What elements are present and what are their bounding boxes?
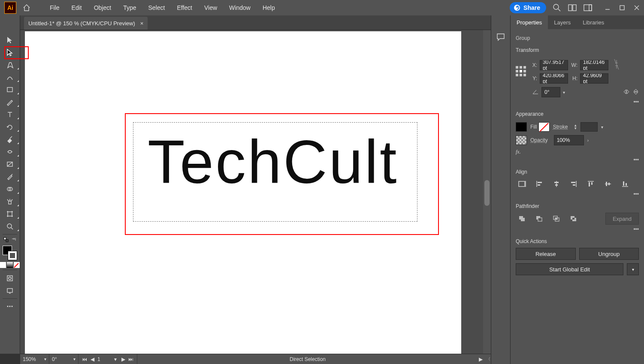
appearance-opacity-swatch[interactable] — [516, 135, 527, 145]
status-back-icon[interactable]: 〈 — [486, 356, 490, 362]
flip-vertical-icon[interactable] — [633, 88, 639, 97]
chevron-down-icon[interactable]: ▾ — [44, 357, 46, 361]
fx-button[interactable]: fx. — [516, 149, 521, 155]
appearance-stroke-swatch[interactable] — [538, 122, 550, 132]
draw-normal-icon[interactable] — [0, 272, 20, 284]
menu-help[interactable]: Help — [257, 0, 281, 15]
menu-select[interactable]: Select — [142, 0, 171, 15]
last-artboard-icon[interactable]: ⏭ — [128, 356, 133, 362]
stroke-weight-stepper[interactable]: ▲▼ — [574, 124, 577, 130]
direct-selection-tool[interactable] — [0, 46, 20, 58]
pathfinder-unite-icon[interactable] — [516, 213, 529, 224]
rotate-combo[interactable]: ▾ — [49, 354, 79, 364]
appearance-fill-swatch[interactable] — [516, 122, 527, 132]
next-artboard-icon[interactable]: ▶ — [121, 356, 126, 362]
color-mode-solid[interactable] — [0, 262, 6, 268]
menu-window[interactable]: Window — [223, 0, 257, 15]
document-tab[interactable]: Untitled-1* @ 150 % (CMYK/CPU Preview) × — [24, 17, 148, 30]
comments-icon[interactable] — [496, 33, 505, 43]
menu-type[interactable]: Type — [117, 0, 142, 15]
align-hcenter-icon[interactable] — [550, 178, 563, 190]
menu-file[interactable]: File — [44, 0, 66, 15]
artboard[interactable]: TechCult — [25, 31, 461, 355]
angle-input[interactable]: 0° — [541, 87, 560, 97]
artboard-page-input[interactable] — [97, 356, 110, 362]
chevron-down-icon[interactable]: ▾ — [113, 356, 118, 362]
edit-toolbar-icon[interactable]: ··· — [0, 301, 20, 313]
opacity-input[interactable]: 100% — [554, 135, 584, 145]
symbol-sprayer-tool[interactable] — [0, 195, 20, 208]
menu-effect[interactable]: Effect — [171, 0, 198, 15]
stroke-swatch[interactable] — [8, 251, 17, 260]
selection-tool[interactable] — [0, 33, 20, 46]
default-fill-stroke-icon[interactable] — [3, 236, 9, 244]
pathfinder-expand-button[interactable]: Expand — [605, 213, 639, 225]
color-mode-gradient[interactable] — [7, 262, 13, 268]
chevron-down-icon[interactable]: ▾ — [73, 357, 76, 361]
vertical-scrollbar[interactable] — [483, 30, 491, 354]
more-options-icon[interactable]: ••• — [633, 191, 639, 197]
more-options-icon[interactable]: ••• — [633, 226, 639, 232]
close-button[interactable] — [632, 3, 641, 12]
zoom-tool[interactable] — [0, 220, 20, 232]
arrange-docs-icon[interactable] — [568, 3, 577, 12]
minimize-button[interactable] — [603, 3, 612, 12]
share-button[interactable]: Share — [510, 2, 546, 13]
paintbrush-tool[interactable] — [0, 96, 20, 108]
flip-horizontal-icon[interactable] — [623, 89, 630, 96]
stroke-weight-input[interactable] — [581, 122, 598, 132]
curvature-tool[interactable] — [0, 71, 20, 83]
zoom-combo[interactable]: ▾ — [20, 354, 49, 364]
home-icon[interactable] — [21, 3, 32, 12]
prev-artboard-icon[interactable]: ◀ — [90, 356, 95, 362]
align-left-icon[interactable] — [533, 178, 546, 190]
shape-builder-tool[interactable] — [0, 183, 20, 195]
appearance-opacity-label[interactable]: Opacity — [530, 137, 548, 143]
screen-mode-icon[interactable] — [0, 284, 20, 297]
x-input[interactable]: 307.9517 pt — [540, 60, 568, 70]
zoom-input[interactable] — [23, 356, 43, 362]
eyedropper-tool[interactable] — [0, 170, 20, 183]
vertical-scroll-thumb[interactable] — [484, 180, 490, 206]
fill-stroke-indicator[interactable] — [3, 246, 17, 260]
menu-edit[interactable]: Edit — [66, 0, 88, 15]
chevron-down-icon[interactable]: ▾ — [601, 125, 603, 129]
width-tool[interactable] — [0, 145, 20, 158]
w-input[interactable]: 182.0146 pt — [580, 60, 608, 70]
ungroup-button[interactable]: Ungroup — [579, 248, 639, 260]
pathfinder-minus-front-icon[interactable] — [533, 213, 546, 224]
align-to-icon[interactable] — [516, 178, 529, 190]
align-bottom-icon[interactable] — [619, 178, 632, 190]
constrain-proportions-icon[interactable] — [614, 58, 620, 72]
tab-properties[interactable]: Properties — [511, 15, 548, 29]
tab-libraries[interactable]: Libraries — [577, 15, 610, 29]
type-tool[interactable] — [0, 108, 20, 120]
y-input[interactable]: 420.8066 pt — [540, 73, 568, 84]
align-top-icon[interactable] — [584, 178, 597, 190]
swap-fill-stroke-icon[interactable] — [11, 236, 16, 244]
more-options-icon[interactable]: ••• — [633, 157, 639, 163]
align-vcenter-icon[interactable] — [602, 178, 614, 190]
gradient-tool[interactable] — [0, 158, 20, 170]
rectangle-tool[interactable] — [0, 83, 20, 96]
tab-layers[interactable]: Layers — [548, 15, 577, 29]
start-global-edit-button[interactable]: Start Global Edit — [516, 263, 623, 275]
canvas-text[interactable]: TechCult — [148, 132, 398, 193]
rotate-tool[interactable] — [0, 120, 20, 133]
maximize-button[interactable] — [617, 3, 627, 12]
chevron-down-icon[interactable]: ▾ — [563, 90, 565, 95]
chevron-right-icon[interactable]: › — [587, 138, 589, 143]
workspace-switcher-icon[interactable] — [583, 3, 593, 12]
appearance-stroke-label[interactable]: Stroke — [553, 124, 568, 130]
reference-point-widget[interactable] — [516, 66, 526, 76]
document-tab-close[interactable]: × — [140, 20, 144, 27]
artboard-tool[interactable] — [0, 208, 20, 220]
menu-view[interactable]: View — [198, 0, 223, 15]
rotate-input[interactable] — [52, 356, 73, 362]
global-edit-dropdown[interactable]: ▾ — [627, 263, 639, 275]
pathfinder-exclude-icon[interactable] — [567, 213, 580, 224]
status-play-icon[interactable]: ▶ — [479, 356, 483, 362]
align-right-icon[interactable] — [567, 178, 580, 190]
menu-object[interactable]: Object — [88, 0, 117, 15]
release-button[interactable]: Release — [516, 248, 576, 260]
